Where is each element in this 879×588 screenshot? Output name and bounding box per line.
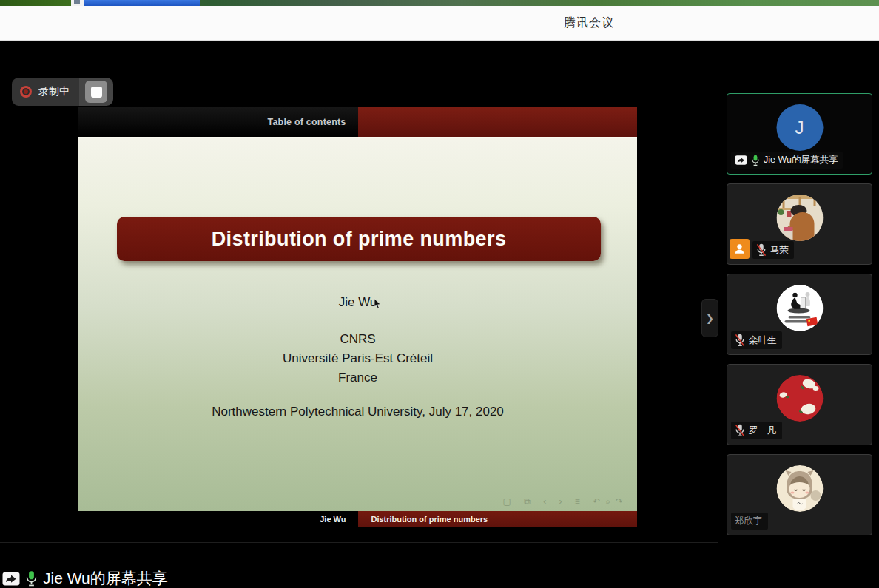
participant-label: 马荣 [752, 241, 794, 259]
mic-muted-icon [756, 243, 767, 257]
participant-name: 栾叶生 [749, 334, 777, 347]
stop-icon [85, 81, 107, 103]
stop-square-glyph [91, 87, 102, 98]
slide-header: Table of contents [78, 107, 637, 137]
mic-on-icon [25, 570, 38, 587]
participant-name: 郑欣宇 [735, 515, 763, 527]
bottom-share-banner: Jie Wu的屏幕共享 [2, 568, 168, 588]
mouse-cursor-icon [374, 298, 382, 310]
slide-body: Distribution of prime numbers Jie Wu CNR… [78, 137, 637, 511]
participant-name: 马荣 [770, 244, 789, 257]
background-window-icon [74, 0, 80, 4]
collapse-sidebar-handle[interactable]: ❯ [701, 299, 718, 337]
participant-label: Jie Wu的屏幕共享 [731, 152, 843, 169]
screen-share-icon [2, 572, 20, 586]
participant-tile-luanyesheng[interactable]: 栾叶生 [727, 274, 872, 355]
participants-sidebar: J Jie Wu的屏幕共享 [718, 41, 879, 588]
meeting-window: 腾讯会议 录制中 Table of contents [0, 0, 879, 588]
slide-header-title: Table of contents [268, 117, 346, 127]
recording-indicator: 录制中 [12, 78, 79, 106]
avatar-photo [776, 195, 823, 241]
avatar-illustration [776, 285, 823, 331]
affiliation-line: France [78, 368, 637, 388]
participant-label: 栾叶生 [731, 331, 782, 349]
window-title: 腾讯会议 [564, 16, 614, 31]
stop-recording-button[interactable] [79, 78, 113, 106]
host-badge-icon [730, 239, 750, 259]
share-banner-label: Jie Wu的屏幕共享 [43, 568, 168, 588]
slide-footer-right: Distribution of prime numbers [358, 511, 638, 527]
mic-muted-icon [735, 424, 745, 437]
slide-title-box: Distribution of prime numbers [117, 217, 601, 261]
recording-label: 录制中 [38, 85, 70, 98]
affiliation-line: Université Paris-Est Créteil [78, 349, 637, 368]
slide-main-title: Distribution of prime numbers [212, 228, 507, 251]
screen-share-stage: 录制中 Table of contents Distribution of pr… [0, 41, 718, 588]
desktop-background [0, 0, 879, 6]
chevron-right-icon: ❯ [706, 313, 714, 324]
participant-tile-zhengxinyu[interactable]: 郑欣宇 [727, 454, 872, 535]
slide-footer-left: Jie Wu [78, 511, 358, 527]
window-titlebar: 腾讯会议 [0, 6, 879, 41]
presentation-slide: Table of contents Distribution of prime … [78, 107, 637, 527]
participant-tile-marong[interactable]: 马荣 [727, 183, 872, 265]
slide-footer-title: Distribution of prime numbers [371, 515, 488, 524]
recording-dot-icon [20, 86, 32, 98]
participant-label: 郑欣宇 [731, 513, 768, 530]
slide-footer-author: Jie Wu [320, 515, 346, 524]
participant-tile-luoyifan[interactable]: 罗一凡 [727, 364, 872, 445]
stage-bottom-divider [0, 542, 718, 543]
slide-affiliations: CNRS Université Paris-Est Créteil France [78, 330, 637, 388]
background-window-titlebar [84, 0, 200, 6]
slide-event-line: Northwestern Polytechnical University, J… [78, 405, 637, 419]
avatar-initial: J [795, 118, 804, 138]
participant-name: 罗一凡 [749, 425, 777, 437]
mic-on-icon [751, 155, 760, 166]
affiliation-line: CNRS [78, 330, 637, 349]
participant-label: 罗一凡 [731, 422, 782, 439]
slide-author: Jie Wu [78, 295, 637, 310]
slide-footer: Jie Wu Distribution of prime numbers [78, 511, 637, 527]
slide-header-right [358, 107, 638, 137]
beamer-navigation-icons[interactable]: ▢ ⧉ ‹ › ≡ ↶⌕↷ [503, 496, 628, 507]
avatar-letter: J [776, 104, 823, 151]
avatar-cartoon [776, 465, 823, 512]
avatar-floral [776, 375, 823, 422]
participant-name: Jie Wu的屏幕共享 [764, 154, 838, 166]
slide-header-left: Table of contents [78, 107, 358, 137]
mic-muted-icon [735, 334, 745, 347]
slide-author-block: Jie Wu CNRS Université Paris-Est Créteil… [78, 295, 637, 419]
participant-tile-jiewu[interactable]: J Jie Wu的屏幕共享 [727, 93, 872, 175]
recording-control: 录制中 [12, 78, 113, 106]
screen-share-icon [735, 155, 747, 165]
